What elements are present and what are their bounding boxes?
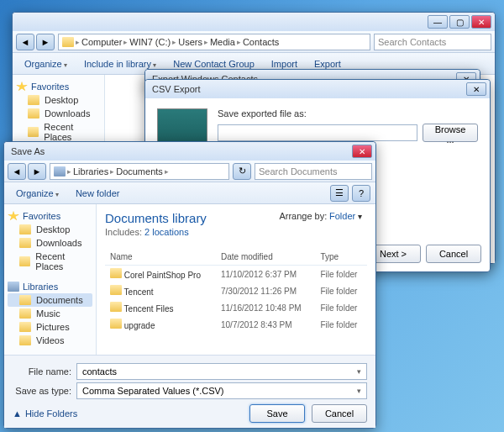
table-row[interactable]: Corel PaintShop Pro11/10/2012 6:37 PMFil… (105, 266, 367, 283)
saveas-sidebar: Favorites Desktop Downloads Recent Place… (4, 204, 97, 372)
address-bar[interactable]: ▸ Computer▸ WIN7 (C:)▸ Users▸ Media▸ Con… (58, 34, 370, 50)
table-row[interactable]: Tencent7/30/2012 11:26 PMFile folder (105, 282, 367, 299)
star-icon (16, 82, 28, 92)
folder-icon (28, 95, 39, 105)
sidebar-item-desktop[interactable]: Desktop (8, 223, 92, 236)
file-listing: Documents library Includes: 2 locations … (97, 204, 375, 372)
sidebar-item-recent[interactable]: Recent Places (8, 250, 92, 273)
folder-icon (110, 302, 122, 312)
library-icon (54, 166, 66, 176)
organize-menu[interactable]: Organize (18, 56, 74, 71)
folder-icon (19, 224, 31, 234)
close-button[interactable]: ✕ (466, 82, 486, 96)
save-as-title: Save As (8, 146, 352, 156)
minimize-button[interactable]: — (428, 15, 448, 29)
col-name[interactable]: Name (105, 249, 216, 266)
explorer-nav-row: ◄ ► ▸ Computer▸ WIN7 (C:)▸ Users▸ Media▸… (13, 31, 495, 53)
table-row[interactable]: Tencent Files11/16/2012 10:48 PMFile fol… (105, 299, 367, 316)
new-folder-button[interactable]: New folder (69, 186, 127, 201)
close-button[interactable]: ✕ (471, 15, 491, 29)
forward-button[interactable]: ► (36, 34, 55, 50)
browse-button[interactable]: Browse ... (423, 124, 478, 142)
library-subheading: Includes: 2 locations (105, 227, 367, 237)
sidebar-item-pictures[interactable]: Pictures (8, 320, 92, 334)
folder-icon (62, 37, 74, 47)
crumb[interactable]: Libraries (73, 166, 108, 176)
save-exported-label: Save exported file as: (218, 108, 478, 119)
filename-label: File name: (13, 366, 71, 377)
sidebar-item-music[interactable]: Music (8, 307, 92, 320)
crumb[interactable]: Computer (81, 37, 122, 47)
savetype-label: Save as type: (13, 386, 71, 396)
arrange-by[interactable]: Arrange by: Folder ▾ (279, 211, 362, 221)
organize-menu[interactable]: Organize (9, 186, 66, 201)
crumb[interactable]: Users (178, 37, 202, 47)
cancel-button[interactable]: Cancel (426, 245, 481, 263)
csv-dialog-title: CSV Export (149, 84, 466, 94)
favorites-header[interactable]: Favorites (16, 80, 101, 93)
explorer-titlebar: — ▢ ✕ (13, 13, 495, 31)
favorites-header[interactable]: Favorites (8, 209, 92, 223)
file-table: Name Date modified Type Corel PaintShop … (105, 249, 367, 333)
col-date[interactable]: Date modified (216, 249, 315, 266)
view-options-button[interactable]: ☰ (330, 185, 349, 202)
folder-icon (19, 256, 30, 266)
folder-icon (110, 319, 122, 329)
sidebar-item-downloads[interactable]: Downloads (16, 107, 101, 120)
help-button[interactable]: ? (352, 185, 370, 202)
save-button[interactable]: Save (249, 404, 305, 423)
folder-icon (19, 238, 31, 248)
crumb[interactable]: WIN7 (C:) (129, 37, 171, 47)
filename-input[interactable]: contacts (76, 363, 367, 380)
folder-icon (28, 108, 39, 119)
crumb[interactable]: Contacts (243, 37, 279, 47)
refresh-button[interactable]: ↻ (233, 163, 251, 180)
folder-icon (19, 308, 31, 319)
back-button[interactable]: ◄ (8, 163, 26, 180)
search-input[interactable]: Search Documents (255, 163, 372, 180)
crumb[interactable]: Documents (116, 166, 163, 176)
folder-icon (19, 322, 31, 332)
locations-link[interactable]: 2 locations (144, 227, 189, 237)
savetype-select[interactable]: Comma Separated Values (*.CSV) (76, 382, 367, 399)
sidebar-item-desktop[interactable]: Desktop (16, 93, 101, 107)
cancel-button[interactable]: Cancel (312, 404, 367, 423)
folder-icon (110, 285, 122, 295)
folder-icon (19, 335, 31, 345)
sidebar-item-recent[interactable]: Recent Places (16, 120, 101, 144)
sidebar-item-documents[interactable]: Documents (8, 293, 92, 307)
folder-icon (28, 127, 39, 137)
export-path-input[interactable] (218, 124, 417, 141)
folder-icon (110, 268, 122, 278)
forward-button[interactable]: ► (28, 163, 46, 180)
hide-folders-toggle[interactable]: ▲ Hide Folders (13, 408, 243, 419)
col-type[interactable]: Type (315, 249, 367, 266)
sidebar-item-videos[interactable]: Videos (8, 334, 92, 347)
folder-icon (19, 295, 31, 305)
table-row[interactable]: upgrade10/7/2012 8:43 PMFile folder (105, 316, 367, 333)
close-button[interactable]: ✕ (352, 145, 372, 158)
search-input[interactable]: Search Contacts (374, 34, 491, 50)
star-icon (8, 211, 19, 221)
libraries-header[interactable]: Libraries (8, 280, 92, 293)
library-icon (8, 282, 19, 292)
back-button[interactable]: ◄ (16, 34, 34, 50)
save-as-dialog: Save As ✕ ◄ ► ▸ Libraries▸ Documents▸ ↻ … (3, 141, 376, 429)
save-as-bottom: File name: contacts Save as type: Comma … (4, 355, 375, 428)
crumb[interactable]: Media (210, 37, 235, 47)
address-bar[interactable]: ▸ Libraries▸ Documents▸ (50, 163, 229, 180)
sidebar-item-downloads[interactable]: Downloads (8, 236, 92, 250)
maximize-button[interactable]: ▢ (449, 15, 470, 29)
